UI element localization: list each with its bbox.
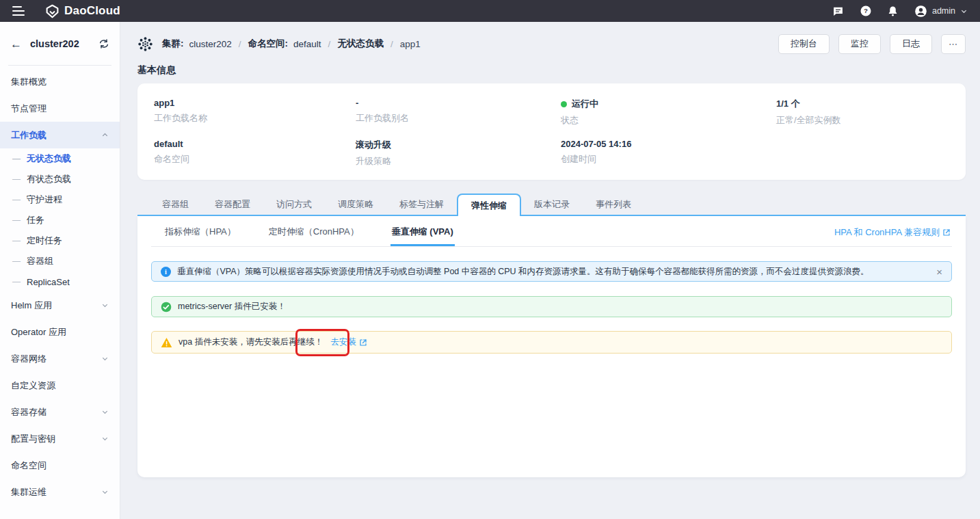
sidebar-item-label: 工作负载 (11, 129, 47, 142)
running-status-dot (561, 101, 567, 107)
sidebar: ← cluster202 集群概览 节点管理 工作负载 无状态负载 有状态负载 … (0, 22, 120, 519)
field-label: 升级策略 (356, 155, 561, 168)
subtab-vpa[interactable]: 垂直伸缩 (VPA) (390, 219, 455, 246)
elastic-scaling-panel: 指标伸缩（HPA） 定时伸缩（CronHPA） 垂直伸缩 (VPA) HPA 和… (137, 216, 966, 477)
sidebar-item-cluster-ops[interactable]: 集群运维 (0, 479, 120, 505)
field-value: - (356, 98, 561, 108)
go-install-link-text: 去安装 (330, 336, 356, 348)
success-banner-text: metrics-server 插件已安装！ (178, 301, 286, 312)
dash-icon (12, 195, 21, 204)
brand-logo[interactable]: DaoCloud (45, 4, 120, 18)
sidebar-item-operator-apps[interactable]: Operator 应用 (0, 319, 120, 345)
sidebar-cluster-name: cluster202 (30, 38, 79, 49)
field-label: 正常/全部实例数 (776, 114, 949, 127)
sidebar-item-label: 命名空间 (11, 460, 47, 472)
tab-container-config[interactable]: 容器配置 (202, 194, 263, 215)
breadcrumb-cluster-label: 集群: (162, 38, 184, 50)
info-banner-text: 垂直伸缩（VPA）策略可以根据容器实际资源使用情况手动或自动调整 Pod 中容器… (177, 266, 869, 278)
field-label: 工作负载名称 (154, 112, 356, 124)
sidebar-item-container-storage[interactable]: 容器存储 (0, 399, 120, 425)
sidebar-item-jobs[interactable]: 任务 (0, 210, 120, 230)
warning-icon (161, 337, 172, 348)
notification-bell-icon[interactable] (887, 5, 899, 17)
sidebar-item-pods[interactable]: 容器组 (0, 251, 120, 271)
field-label: 命名空间 (154, 153, 356, 165)
sidebar-item-label: 集群概览 (11, 76, 47, 88)
help-icon[interactable]: ? (860, 5, 872, 17)
close-icon[interactable] (936, 267, 942, 277)
daocloud-logo-icon (45, 4, 59, 18)
field-created-time: 2024-07-05 14:16 创建时间 (561, 139, 776, 168)
sidebar-item-daemonsets[interactable]: 守护进程 (0, 189, 120, 210)
scaling-subtabs: 指标伸缩（HPA） 定时伸缩（CronHPA） 垂直伸缩 (VPA) HPA 和… (151, 219, 952, 247)
tab-labels-annotations[interactable]: 标签与注解 (386, 194, 457, 215)
sidebar-item-label: 容器网络 (11, 353, 47, 365)
dash-icon (12, 154, 21, 163)
sidebar-item-statefulsets[interactable]: 有状态负载 (0, 169, 120, 189)
field-value: 滚动升级 (356, 139, 561, 151)
breadcrumb-separator: / (239, 39, 241, 49)
sidebar-item-container-network[interactable]: 容器网络 (0, 345, 120, 372)
topbar: DaoCloud ? admin (0, 0, 980, 22)
user-menu[interactable]: admin (914, 5, 968, 18)
sidebar-item-custom-resources[interactable]: 自定义资源 (0, 372, 120, 399)
sidebar-item-cluster-overview[interactable]: 集群概览 (0, 68, 120, 95)
subtab-cronhpa[interactable]: 定时伸缩（CronHPA） (267, 219, 360, 246)
switch-cluster-icon[interactable] (98, 38, 109, 49)
sidebar-item-replicasets[interactable]: ReplicaSet (0, 271, 120, 292)
tab-pods[interactable]: 容器组 (149, 194, 202, 215)
breadcrumb-namespace-value[interactable]: default (293, 39, 321, 49)
vpa-info-banner: 垂直伸缩（VPA）策略可以根据容器实际资源使用情况手动或自动调整 Pod 中容器… (151, 261, 952, 282)
field-workload-alias: - 工作负载别名 (356, 98, 561, 127)
chevron-down-icon (101, 302, 109, 309)
monitor-button[interactable]: 监控 (838, 34, 881, 54)
sidebar-item-label: 容器组 (27, 255, 53, 267)
basic-info-title: 基本信息 (137, 64, 966, 77)
menu-icon[interactable] (12, 6, 25, 16)
breadcrumb-current-page: app1 (400, 39, 421, 49)
breadcrumb-cluster-value[interactable]: cluster202 (189, 39, 232, 49)
sidebar-item-label: 任务 (27, 214, 44, 226)
svg-text:?: ? (864, 7, 868, 14)
subtab-hpa[interactable]: 指标伸缩（HPA） (163, 219, 237, 246)
sidebar-item-label: Operator 应用 (11, 326, 66, 338)
sidebar-item-label: ReplicaSet (27, 277, 70, 287)
tab-scheduling-policy[interactable]: 调度策略 (325, 194, 386, 215)
sidebar-item-deployments[interactable]: 无状态负载 (0, 148, 120, 169)
sidebar-item-node-management[interactable]: 节点管理 (0, 95, 120, 122)
avatar-icon (914, 5, 927, 18)
field-label: 工作负载别名 (356, 112, 561, 124)
sidebar-item-cronjobs[interactable]: 定时任务 (0, 230, 120, 251)
external-link-icon (942, 228, 951, 237)
detail-tabs: 容器组 容器配置 访问方式 调度策略 标签与注解 弹性伸缩 版本记录 事件列表 (137, 194, 966, 216)
status-text: 运行中 (572, 98, 598, 110)
tab-version-history[interactable]: 版本记录 (521, 194, 583, 215)
tab-access-method[interactable]: 访问方式 (263, 194, 325, 215)
sidebar-item-label: Helm 应用 (11, 300, 52, 312)
warning-banner-text: vpa 插件未安装，请先安装后再继续！ (178, 336, 323, 348)
sidebar-item-helm-apps[interactable]: Helm 应用 (0, 292, 120, 319)
sidebar-nav: 集群概览 节点管理 工作负载 无状态负载 有状态负载 守护进程 任务 定时任务 … (0, 66, 120, 505)
tab-elastic-scaling[interactable]: 弹性伸缩 (457, 194, 521, 216)
sidebar-item-namespaces[interactable]: 命名空间 (0, 452, 120, 479)
dash-icon (12, 174, 21, 184)
chevron-down-icon (101, 435, 109, 442)
vpa-warning-banner: vpa 插件未安装，请先安装后再继续！ 去安装 (151, 331, 952, 354)
go-install-link[interactable]: 去安装 (330, 336, 367, 348)
logs-button[interactable]: 日志 (890, 34, 932, 54)
back-arrow-icon[interactable]: ← (10, 38, 22, 50)
success-check-icon (161, 302, 172, 312)
external-link-icon (359, 338, 367, 347)
hpa-rule-link-text: HPA 和 CronHPA 兼容规则 (834, 226, 940, 239)
more-actions-button[interactable]: ⋯ (941, 34, 966, 54)
hpa-cronhpa-rule-link[interactable]: HPA 和 CronHPA 兼容规则 (834, 219, 951, 246)
breadcrumb-namespace-label: 命名空间: (248, 38, 289, 50)
console-button[interactable]: 控制台 (778, 34, 830, 54)
sidebar-item-config-secrets[interactable]: 配置与密钥 (0, 425, 120, 452)
sidebar-item-workloads[interactable]: 工作负载 (0, 122, 120, 148)
breadcrumb-workload-type[interactable]: 无状态负载 (337, 38, 384, 50)
info-icon (161, 267, 171, 277)
sidebar-item-label: 守护进程 (27, 194, 62, 206)
message-icon[interactable] (832, 5, 845, 17)
tab-event-list[interactable]: 事件列表 (583, 194, 644, 215)
